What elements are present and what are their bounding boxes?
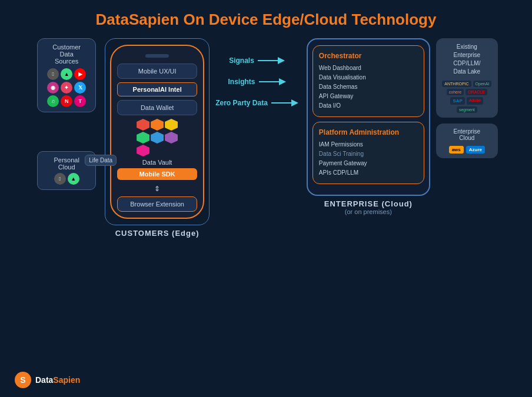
orchestrator-title: Orchestrator [319,52,418,60]
logo-data: Data [35,375,53,385]
insights-arrow: Insights [228,77,288,86]
signals-label: Signals [229,56,254,65]
cloud-android-icon: ▲ [68,173,79,185]
logo-sapien: Sapien [53,375,80,385]
hex-2 [151,119,164,131]
enterprise-cloud-box: EnterpriseCloud aws Azure [436,124,498,158]
insights-arrow-svg [259,77,288,86]
openai-logo: OpenAI [473,81,492,87]
adobe-logo: Adobe [467,97,483,105]
android-icon: ▲ [61,68,72,80]
enterprise-section: Orchestrator Web Dashboard Data Visualis… [307,38,430,215]
enterprise-sub-label: (or on premises) [324,208,413,215]
orchestrator-data-io: Data I/O [319,101,418,111]
x-icon: 𝕏 [74,82,86,94]
left-section: CustomerDataSources  ▲ ▶ ◉ ✦ 𝕏 ♫ N T Pe… [34,38,99,190]
data-vault-container: Data Vault [117,119,197,166]
hex-5 [151,132,164,144]
iam-permissions: IAM Permissions [319,140,418,149]
customer-data-sources: CustomerDataSources  ▲ ▶ ◉ ✦ 𝕏 ♫ N T [37,38,96,112]
cohere-logo: cohere [447,89,464,95]
orchestrator-data-vis: Data Visualisation [319,73,418,82]
platform-admin-module: Platform Administration IAM Permissions … [312,122,424,184]
logo-text: DataSapien [35,375,80,385]
data-vault-label: Data Vault [142,159,172,166]
phone-section: Mobile UX/UI PersonalAI Intel Data Walle… [105,38,210,238]
enterprise-main-label: ENTERPRISE (Cloud) [324,199,413,208]
phone-notch [145,54,169,58]
arrows-section: Signals Insights [215,38,301,108]
apple-icon:  [47,68,59,80]
hex-6 [165,132,178,144]
orchestrator-api-gateway: API Gateway [319,92,418,101]
diagram-area: CustomerDataSources  ▲ ▶ ◉ ✦ 𝕏 ♫ N T Pe… [12,38,520,389]
anthropic-logo: ANTHROPIC [442,81,471,87]
enterprise-cloud-label: EnterpriseCloud [441,128,493,141]
hex-7 [137,145,149,156]
bottom-logo: S DataSapien [14,371,80,389]
insights-label: Insights [228,78,255,86]
svg-text:S: S [20,375,25,385]
customer-data-label: CustomerDataSources [41,44,92,65]
platform-admin-title: Platform Administration [319,128,418,136]
enterprise-modules: Orchestrator Web Dashboard Data Visualis… [307,38,430,196]
zero-party-label: Zero Party Data [215,99,268,107]
youtube-icon: ▶ [74,68,86,80]
customers-label: CUSTOMERS (Edge) [115,229,200,238]
mobile-ux-module: Mobile UX/UI [117,64,197,79]
mobile-sdk-badge: Mobile SDK [117,168,197,180]
browser-extension-module: Browser Extension [117,196,197,212]
existing-enterprise-label: ExistingEnterpriseCDP/LLM/Data Lake [441,43,493,76]
customer-outer-border: Mobile UX/UI PersonalAI Intel Data Walle… [105,38,210,225]
oracle-logo: ORACLE [466,89,487,95]
cloud-icons:  ▲ [41,173,92,185]
orchestrator-web-dashboard: Web Dashboard [319,64,418,73]
zero-party-arrow: Zero Party Data [215,98,301,108]
spotify-icon: ♫ [47,95,59,107]
hex-grid [137,119,178,156]
zero-party-arrow-svg [271,98,301,108]
sap-logo: SAP [450,97,464,105]
orchestrator-data-schemas: Data Schemas [319,82,418,92]
signals-arrow: Signals [229,56,287,65]
far-right-section: ExistingEnterpriseCDP/LLM/Data Lake ANTH… [436,38,498,158]
apis-cdp-llm: APIs CDP/LLM [319,168,418,178]
cloud-providers: aws Azure [441,146,493,154]
hex-4 [137,132,149,144]
orchestrator-module: Orchestrator Web Dashboard Data Visualis… [312,45,424,117]
enterprise-bottom-label: ENTERPRISE (Cloud) (or on premises) [324,199,413,215]
data-wallet-module: Data Wallet [117,100,197,115]
sync-arrow: ⇕ [117,185,197,193]
app-icon-5: ✦ [61,82,72,94]
signals-arrow-svg [258,56,287,65]
instagram-icon: ◉ [47,82,59,94]
data-sci-training: Data Sci Training [319,149,418,159]
personal-ai-module: PersonalAI Intel [117,82,197,96]
app-icons-row:  ▲ ▶ ◉ ✦ 𝕏 ♫ N T [41,68,92,107]
main-title: DataSapien On Device Edge/Cloud Technolo… [96,11,437,29]
aws-logo: aws [449,146,464,154]
phone-device: Mobile UX/UI PersonalAI Intel Data Walle… [110,45,204,219]
cloud-apple-icon:  [54,173,66,185]
datasapien-logo-icon: S [14,371,32,389]
netflix-icon: N [61,95,72,107]
azure-logo: Azure [466,146,485,154]
existing-enterprise-box: ExistingEnterpriseCDP/LLM/Data Lake ANTH… [436,38,498,118]
hex-3 [165,119,178,131]
payment-gateway: Payment Gateway [319,159,418,168]
hex-1 [137,119,149,131]
life-data-badge: Life Data [85,155,117,166]
tmobile-icon: T [74,95,86,107]
segment-logo: segment [457,106,477,113]
tech-logos-grid: ANTHROPIC OpenAI cohere ORACLE SAP Adobe… [441,81,493,113]
